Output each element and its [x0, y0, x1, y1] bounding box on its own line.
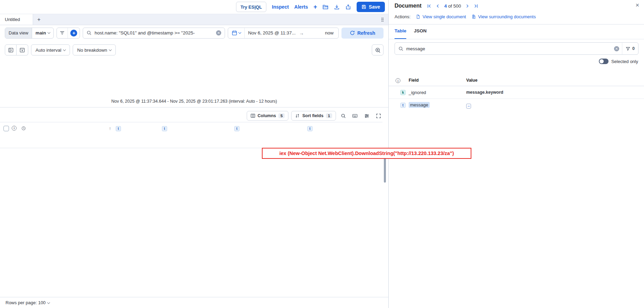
fullscreen-icon[interactable] [374, 111, 383, 120]
prev-doc-icon[interactable] [436, 4, 440, 8]
field-search-input[interactable]: message ✕ 0 [395, 42, 638, 55]
close-icon[interactable]: × [635, 2, 639, 8]
view-single-document-link[interactable]: View single document [416, 14, 466, 19]
tab-table[interactable]: Table [395, 28, 406, 39]
grid-search-icon[interactable] [339, 111, 348, 120]
doc-total: 500 [453, 3, 461, 9]
view-surrounding-documents-link[interactable]: View surrounding documents [471, 14, 535, 19]
save-label: Save [369, 4, 380, 10]
inspect-link[interactable]: Inspect [272, 4, 289, 10]
tab-untitled[interactable]: Untitled [0, 14, 33, 25]
tab-json[interactable]: JSON [414, 28, 427, 39]
field-search-value: message [406, 46, 611, 51]
info-icon[interactable]: i [12, 126, 17, 131]
collapse-value-icon[interactable]: − [466, 104, 471, 109]
filter-control: + [57, 28, 80, 39]
histogram-chart[interactable] [0, 58, 388, 99]
document-pager: 4 of 500 [427, 3, 478, 9]
open-folder-icon[interactable] [323, 4, 328, 10]
sort-fields-button[interactable]: Sort fields 1 [291, 111, 336, 121]
interval-select[interactable]: Auto interval [31, 44, 70, 55]
query-input[interactable]: host.name: "SQL01" and @timestamp >= "20… [83, 28, 225, 39]
data-view-control: Data view main [5, 28, 54, 39]
column-header-image[interactable]: t [307, 126, 315, 131]
sort-count-badge: 1 [326, 113, 332, 118]
top-toolbar: Try ES|QL Inspect Alerts + Save [0, 0, 388, 14]
selected-only-label: Selected only [611, 59, 638, 64]
date-from[interactable]: Nov 6, 2025 @ 11:37... [245, 30, 299, 35]
share-icon[interactable] [345, 4, 351, 10]
chevron-down-icon [47, 301, 50, 304]
divider [389, 39, 644, 39]
field-type-icon: t [307, 126, 313, 131]
data-view-label: Data view [5, 28, 32, 38]
column-header-timestamp[interactable] [19, 126, 26, 131]
query-text: host.name: "SQL01" and @timestamp >= "20… [94, 30, 213, 35]
chevron-down-icon [109, 48, 112, 51]
keyword-type-icon: k [400, 90, 406, 95]
column-header-targetfilename[interactable]: t [234, 126, 306, 131]
breakdown-select[interactable]: No breakdown [73, 44, 116, 55]
selected-only-toggle[interactable] [599, 59, 609, 64]
add-tab-icon[interactable]: + [33, 14, 45, 25]
last-doc-icon[interactable] [474, 4, 478, 8]
alerts-link[interactable]: Alerts [294, 4, 308, 10]
field-filter-count: 0 [632, 46, 635, 51]
clear-query-icon[interactable]: ✕ [216, 30, 221, 35]
rows-per-page-label: Rows per page: 100 [6, 300, 45, 305]
histogram-controls: Auto interval No breakdown [0, 43, 388, 57]
view-single-document-label: View single document [422, 14, 466, 19]
try-esql-button[interactable]: Try ES|QL [236, 2, 266, 12]
clock-icon [21, 126, 26, 131]
search-icon [398, 46, 403, 51]
columns-label: Columns [258, 113, 276, 118]
filter-menu-icon[interactable] [57, 28, 68, 38]
refresh-label: Refresh [357, 30, 375, 36]
refresh-button[interactable]: Refresh [341, 28, 384, 39]
data-view-value: main [35, 30, 46, 35]
save-button[interactable]: Save [357, 2, 385, 12]
field-row-message[interactable]: t message − [389, 99, 644, 306]
column-header-message[interactable]: t [162, 126, 169, 131]
breakdown-value: No breakdown [77, 48, 107, 53]
hide-chart-icon[interactable] [5, 44, 17, 55]
tab-options-icon[interactable] [377, 14, 388, 25]
sort-fields-label: Sort fields [302, 113, 323, 118]
field-row-ignored[interactable]: k _ignored message.keyword [389, 86, 644, 99]
display-options-icon[interactable] [362, 111, 371, 120]
chevron-down-icon [238, 31, 241, 34]
columns-button[interactable]: Columns 5 [247, 111, 289, 121]
rows-per-page-select[interactable]: Rows per page: 100 [6, 300, 50, 305]
clear-search-icon[interactable]: ✕ [614, 46, 619, 51]
select-all-checkbox[interactable] [3, 126, 9, 131]
chart-display-icon[interactable] [17, 44, 28, 55]
of-label: of [448, 3, 452, 9]
divider [389, 24, 644, 24]
field-type-icon: t [116, 126, 121, 131]
text-type-icon: t [400, 103, 406, 108]
view-surrounding-documents-label: View surrounding documents [478, 14, 535, 19]
first-doc-icon[interactable] [427, 4, 431, 8]
annotation-callout: iex (New-Object Net.WebClient).DownloadS… [262, 148, 471, 159]
field-name: _ignored [409, 90, 426, 95]
flyout-title: Document [395, 3, 421, 9]
field-type-icon: t [162, 126, 167, 131]
data-view-selector[interactable]: main [32, 30, 53, 35]
field-column-header: Field [409, 78, 419, 83]
info-icon: i [396, 78, 400, 83]
calendar-icon[interactable] [228, 28, 245, 38]
sort-asc-icon[interactable]: ↑ [109, 126, 111, 131]
explore-in-lens-icon[interactable] [372, 44, 384, 55]
chevron-down-icon [63, 48, 66, 51]
field-type-icon: t [234, 126, 239, 131]
next-doc-icon[interactable] [465, 4, 470, 8]
new-item-icon[interactable]: + [314, 3, 317, 11]
date-to[interactable]: now [320, 30, 338, 35]
field-filters-button[interactable]: 0 [622, 43, 638, 54]
try-esql-label: Try ES|QL [241, 4, 262, 10]
add-filter-button[interactable]: + [68, 28, 80, 38]
keyboard-icon[interactable] [350, 111, 359, 120]
download-icon[interactable] [334, 4, 340, 10]
column-header-event-code[interactable]: t [116, 126, 123, 131]
search-icon [86, 30, 92, 35]
